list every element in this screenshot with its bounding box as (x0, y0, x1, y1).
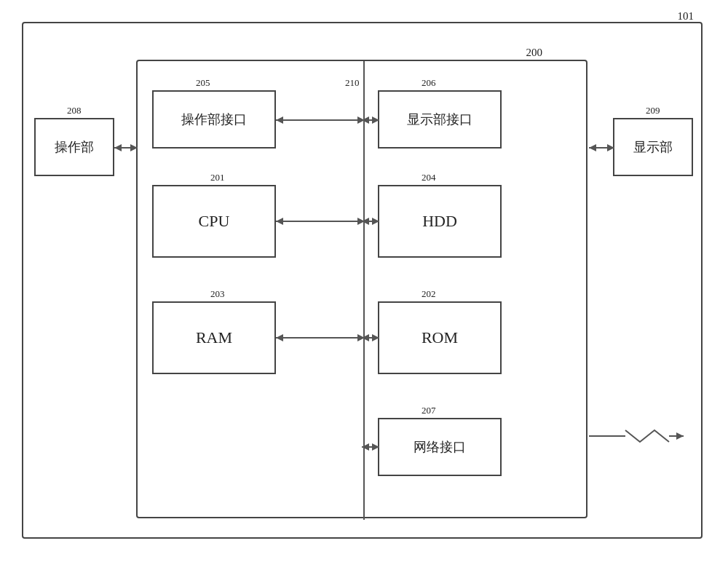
ram-label: RAM (196, 328, 232, 347)
svg-marker-17 (372, 334, 379, 341)
outer-box: 101 200 操作部接口 205 210 显示部接口 206 CPU 201 … (22, 22, 703, 539)
network-arrow (589, 427, 684, 464)
ref-204: 204 (422, 172, 436, 183)
ref-205: 205 (196, 77, 210, 89)
svg-marker-1 (276, 116, 283, 124)
arrow-hdd-bus (362, 215, 379, 227)
arrow-ram-bus (276, 332, 365, 344)
arrow-netif-bus (362, 441, 379, 453)
op-interface-box: 操作部接口 (152, 90, 276, 149)
svg-marker-26 (607, 144, 614, 151)
svg-marker-19 (362, 443, 369, 451)
svg-marker-5 (372, 116, 379, 124)
op-box: 操作部 (34, 118, 114, 176)
net-interface-label: 网络接口 (414, 438, 466, 456)
ref-101: 101 (678, 10, 695, 23)
svg-marker-20 (372, 443, 379, 451)
cpu-label: CPU (199, 212, 230, 231)
svg-marker-4 (362, 116, 369, 124)
cpu-box: CPU (152, 185, 276, 258)
svg-marker-23 (130, 144, 138, 151)
arrow-dispif-bus (362, 114, 379, 126)
ram-box: RAM (152, 301, 276, 374)
inner-box: 200 操作部接口 205 210 显示部接口 206 CPU 201 HDD … (136, 60, 587, 518)
rom-box: ROM (378, 301, 502, 374)
svg-marker-25 (589, 144, 596, 151)
arrow-opif-bus (276, 114, 365, 126)
svg-marker-13 (276, 334, 283, 341)
net-interface-box: 网络接口 (378, 418, 502, 476)
op-interface-label: 操作部接口 (181, 111, 247, 128)
ref-210: 210 (345, 77, 360, 89)
arrow-dispif-disp (589, 142, 614, 154)
op-label: 操作部 (55, 138, 94, 156)
svg-marker-16 (362, 334, 369, 341)
arrow-rom-bus (362, 332, 379, 344)
ref-207: 207 (422, 405, 436, 416)
arrow-op-opif (114, 142, 138, 154)
hdd-label: HDD (422, 212, 457, 231)
ref-206: 206 (422, 77, 436, 89)
svg-marker-22 (114, 144, 122, 151)
disp-box: 显示部 (613, 118, 693, 176)
ref-208: 208 (67, 105, 82, 116)
ref-203: 203 (210, 288, 225, 300)
disp-label: 显示部 (633, 138, 673, 156)
disp-interface-label: 显示部接口 (407, 111, 472, 128)
svg-marker-11 (372, 218, 379, 225)
svg-marker-29 (676, 432, 684, 440)
svg-marker-7 (276, 218, 283, 225)
hdd-box: HDD (378, 185, 502, 258)
rom-label: ROM (422, 328, 458, 347)
ref-202: 202 (422, 288, 436, 300)
ref-209: 209 (646, 105, 660, 116)
arrow-cpu-bus (276, 215, 365, 227)
ref-200: 200 (526, 47, 543, 59)
svg-marker-10 (362, 218, 369, 225)
disp-interface-box: 显示部接口 (378, 90, 502, 149)
ref-201: 201 (210, 172, 225, 183)
